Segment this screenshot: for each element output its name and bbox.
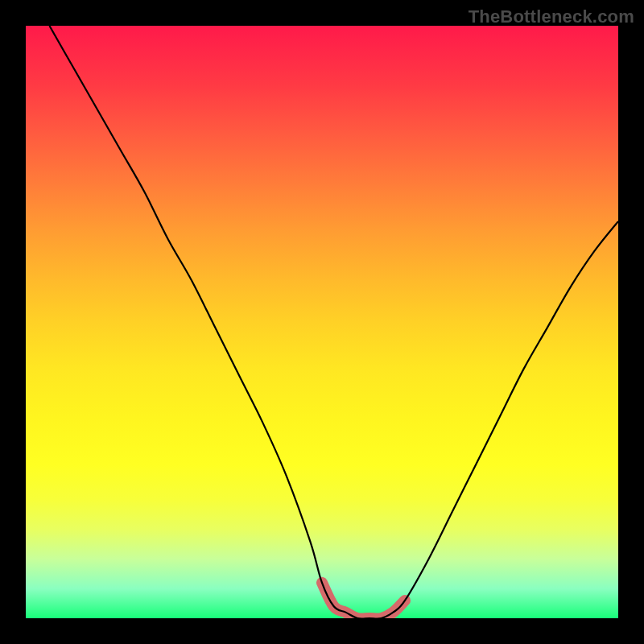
gradient-plot-area xyxy=(26,26,618,618)
chart-frame: TheBottleneck.com xyxy=(0,0,644,644)
watermark-label: TheBottleneck.com xyxy=(469,6,634,27)
